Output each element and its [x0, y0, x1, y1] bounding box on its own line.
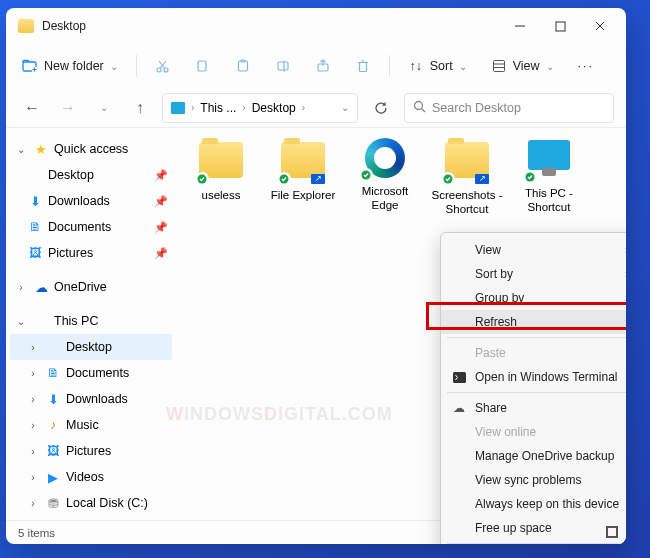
- sidebar-pc-documents[interactable]: ›🗎Documents: [10, 360, 172, 386]
- menu-share[interactable]: ☁Share: [441, 396, 626, 420]
- sidebar-pc-music[interactable]: ›♪Music: [10, 412, 172, 438]
- monitor-icon: [171, 102, 185, 114]
- copy-button[interactable]: [185, 52, 221, 80]
- menu-manage-backup[interactable]: Manage OneDrive backup: [441, 444, 626, 468]
- video-icon: ▶: [44, 470, 62, 485]
- file-item[interactable]: Microsoft Edge: [348, 138, 422, 213]
- breadcrumb-root: This ...: [200, 101, 236, 115]
- cloud-icon: ☁: [32, 280, 50, 295]
- music-icon: ♪: [44, 418, 62, 432]
- copy-icon: [195, 58, 211, 74]
- chevron-right-icon: ›: [625, 291, 626, 305]
- sync-badge-icon: [523, 170, 537, 184]
- chevron-right-icon: ›: [625, 267, 626, 281]
- file-label: Microsoft Edge: [348, 184, 422, 213]
- menu-paste: Paste: [441, 341, 626, 365]
- svg-line-11: [159, 61, 165, 69]
- sidebar-item-documents[interactable]: 🗎Documents📌: [10, 214, 172, 240]
- folder-icon: [18, 19, 34, 33]
- rename-button[interactable]: [265, 52, 301, 80]
- sidebar-onedrive[interactable]: ›☁OneDrive: [10, 274, 172, 300]
- monitor-icon: [44, 342, 62, 353]
- rename-icon: [275, 58, 291, 74]
- more-button[interactable]: ···: [568, 53, 604, 79]
- disk-icon: ⛃: [44, 496, 62, 511]
- svg-rect-21: [493, 61, 504, 72]
- sidebar-pc-localdisk[interactable]: ›⛃Local Disk (C:): [10, 490, 172, 516]
- file-item[interactable]: Screenshots - Shortcut: [430, 138, 504, 217]
- document-icon: 🗎: [26, 220, 44, 234]
- breadcrumb[interactable]: › This ... › Desktop › ⌄: [162, 93, 358, 123]
- up-level-button[interactable]: ↑: [126, 94, 154, 122]
- back-button[interactable]: ←: [18, 94, 46, 122]
- search-icon: [413, 100, 426, 116]
- sync-badge-icon: [277, 172, 291, 186]
- sync-badge-icon: [441, 172, 455, 186]
- context-menu: View› Sort by› Group by› Refresh Paste O…: [440, 232, 626, 544]
- shortcut-overlay-icon: [475, 174, 489, 184]
- maximize-button[interactable]: [540, 10, 580, 42]
- breadcrumb-current: Desktop: [252, 101, 296, 115]
- menu-free-up[interactable]: Free up space: [441, 516, 626, 540]
- sidebar-this-pc[interactable]: ⌄This PC: [10, 308, 172, 334]
- sidebar-item-pictures[interactable]: 🖼Pictures📌: [10, 240, 172, 266]
- download-icon: ⬇: [44, 392, 62, 407]
- menu-sortby[interactable]: Sort by›: [441, 262, 626, 286]
- status-count: 5 items: [18, 527, 55, 539]
- sidebar-pc-downloads[interactable]: ›⬇Downloads: [10, 386, 172, 412]
- paste-button[interactable]: [225, 52, 261, 80]
- share-button[interactable]: [305, 52, 341, 80]
- svg-line-10: [160, 61, 166, 69]
- monitor-icon: [32, 316, 50, 327]
- sidebar-item-desktop[interactable]: Desktop📌: [10, 162, 172, 188]
- menu-view[interactable]: View›: [441, 238, 626, 262]
- file-label: useless: [184, 188, 258, 202]
- file-item[interactable]: This PC - Shortcut: [512, 138, 586, 215]
- menu-always-keep[interactable]: Always keep on this device: [441, 492, 626, 516]
- svg-rect-1: [556, 22, 565, 31]
- menu-refresh[interactable]: Refresh: [441, 310, 626, 334]
- sidebar-pc-desktop[interactable]: ›Desktop: [10, 334, 172, 360]
- titlebar: Desktop: [6, 8, 626, 44]
- file-explorer-window: Desktop New folder ⌄ ↑↓Sort⌄ View⌄ ··· ←…: [6, 8, 626, 544]
- sidebar-quick-access[interactable]: ⌄★Quick access: [10, 136, 172, 162]
- delete-button[interactable]: [345, 52, 381, 80]
- sort-button[interactable]: ↑↓Sort⌄: [398, 52, 477, 80]
- view-button[interactable]: View⌄: [481, 52, 564, 80]
- svg-point-24: [415, 101, 423, 109]
- document-icon: 🗎: [44, 366, 62, 380]
- sidebar-pc-videos[interactable]: ›▶Videos: [10, 464, 172, 490]
- file-item[interactable]: useless: [184, 138, 258, 202]
- menu-groupby[interactable]: Group by›: [441, 286, 626, 310]
- pin-icon: 📌: [154, 169, 168, 182]
- minimize-button[interactable]: [500, 10, 540, 42]
- view-icon: [491, 58, 507, 74]
- file-item[interactable]: File Explorer: [266, 138, 340, 202]
- sync-badge-icon: [359, 168, 373, 182]
- search-box[interactable]: Search Desktop: [404, 93, 614, 123]
- svg-rect-31: [453, 372, 466, 383]
- chevron-down-icon: ⌄: [546, 61, 554, 72]
- sidebar-item-downloads[interactable]: ⬇Downloads📌: [10, 188, 172, 214]
- up-button[interactable]: ⌄: [90, 94, 118, 122]
- sidebar-pc-pictures[interactable]: ›🖼Pictures: [10, 438, 172, 464]
- menu-sync-problems[interactable]: View sync problems: [441, 468, 626, 492]
- cloud-icon: ☁: [451, 401, 467, 415]
- menu-terminal[interactable]: Open in Windows Terminal: [441, 365, 626, 389]
- cut-icon: [155, 58, 171, 74]
- file-label: File Explorer: [266, 188, 340, 202]
- chevron-down-icon: ⌄: [459, 61, 467, 72]
- svg-rect-18: [359, 63, 366, 72]
- forward-button[interactable]: →: [54, 94, 82, 122]
- svg-rect-15: [278, 62, 288, 70]
- cut-button[interactable]: [145, 52, 181, 80]
- new-label: New folder: [44, 59, 104, 73]
- new-button[interactable]: New folder ⌄: [12, 52, 128, 80]
- chevron-down-icon: ⌄: [110, 61, 118, 72]
- refresh-button[interactable]: [366, 101, 396, 115]
- details-toggle-icon[interactable]: [606, 526, 618, 538]
- close-button[interactable]: [580, 10, 620, 42]
- toolbar: New folder ⌄ ↑↓Sort⌄ View⌄ ···: [6, 44, 626, 88]
- shortcut-overlay-icon: [311, 174, 325, 184]
- trash-icon: [355, 58, 371, 74]
